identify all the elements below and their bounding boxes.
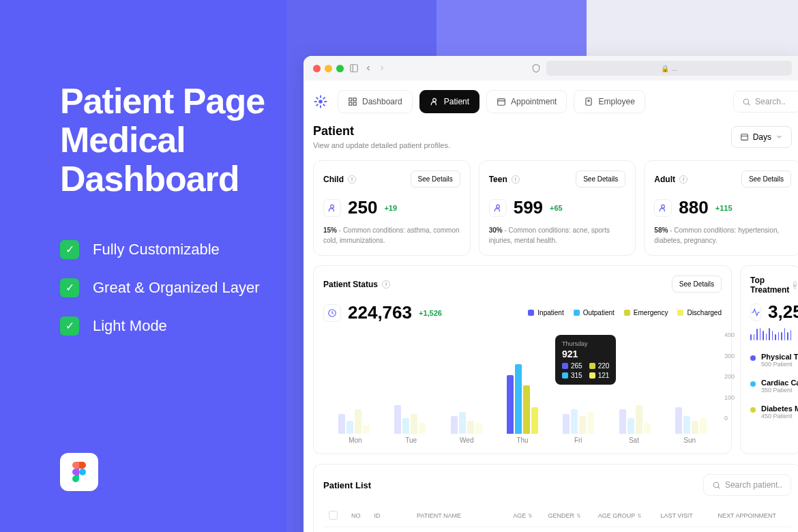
app-logo	[313, 94, 328, 109]
promo-panel: Patient Page Medical Dashboard ✓Fully Cu…	[60, 82, 265, 355]
svg-rect-1	[351, 65, 358, 72]
feature-item: ✓Great & Organized Layer	[60, 278, 265, 297]
svg-rect-12	[349, 98, 352, 101]
svg-point-20	[588, 100, 589, 102]
clock-icon	[323, 304, 341, 322]
search-icon	[742, 98, 751, 106]
nav-dashboard[interactable]: Dashboard	[338, 90, 413, 113]
see-details-button[interactable]: See Details	[672, 276, 722, 293]
browser-window: 🔒 ... Dashboard Patient Appointment Empl…	[304, 56, 798, 532]
check-icon: ✓	[60, 240, 79, 259]
svg-point-16	[432, 98, 436, 102]
svg-rect-13	[353, 98, 356, 101]
svg-point-21	[743, 99, 749, 104]
treatment-item: Cardiac Ca350 Patient	[750, 373, 791, 399]
svg-rect-23	[741, 134, 748, 141]
list-search-input[interactable]: Search patient..	[703, 474, 791, 496]
list-title: Patient List	[323, 480, 371, 490]
browser-chrome: 🔒 ...	[304, 56, 798, 80]
feature-item: ✓Light Mode	[60, 316, 265, 336]
svg-rect-14	[349, 102, 352, 105]
treatment-item: Physical Th500 Patient	[750, 347, 791, 373]
col-next[interactable]: NEXT APPOINMENT	[713, 504, 791, 527]
nav-employee[interactable]: Employee	[574, 90, 645, 113]
info-icon[interactable]: i	[793, 281, 796, 289]
feature-item: ✓Fully Customizable	[60, 240, 265, 259]
svg-point-29	[713, 482, 719, 488]
page-subtitle: View and update detailed patient profile…	[313, 141, 450, 149]
person-icon	[489, 199, 507, 217]
svg-point-25	[331, 205, 334, 208]
chart-tooltip: Thursday 921 265 220 315 121	[555, 335, 616, 385]
check-icon: ✓	[60, 278, 79, 297]
search-icon	[712, 481, 721, 490]
svg-line-8	[316, 98, 319, 100]
see-details-button[interactable]: See Details	[576, 171, 625, 188]
patient-list-card: Patient List Search patient.. NOIDPATIEN…	[313, 464, 798, 532]
person-icon	[323, 199, 341, 217]
status-total: 224,763	[348, 302, 412, 323]
svg-rect-15	[353, 102, 356, 105]
stat-card-adult: AdultiSee Details 880+115 58% - Common c…	[644, 160, 798, 256]
nav-patient[interactable]: Patient	[419, 90, 479, 113]
see-details-button[interactable]: See Details	[411, 171, 460, 188]
pulse-icon	[750, 304, 761, 321]
col-gender[interactable]: GENDER⇅	[542, 504, 592, 527]
stat-card-child: ChildiSee Details 250+19 15% - Common co…	[313, 160, 471, 256]
legend-inpatient: Inpatient	[528, 309, 563, 316]
sidebar-icon[interactable]	[349, 63, 359, 73]
col-last[interactable]: LAST VISIT	[655, 504, 713, 527]
page-title: Patient	[313, 124, 450, 138]
col-name[interactable]: PATIENT NAME	[411, 504, 507, 527]
info-icon[interactable]: i	[679, 175, 688, 183]
info-icon[interactable]: i	[512, 175, 520, 183]
promo-title: Patient Page Medical Dashboard	[60, 82, 265, 199]
svg-rect-17	[498, 99, 505, 105]
col-age[interactable]: AGE⇅	[507, 504, 542, 527]
treat-total: 3,25	[768, 301, 798, 323]
svg-line-22	[748, 103, 750, 105]
col-group[interactable]: AGE GROUP⇅	[593, 504, 655, 527]
col-no[interactable]: NO	[346, 504, 369, 527]
forward-icon[interactable]	[378, 64, 386, 72]
nav-appointment[interactable]: Appointment	[486, 90, 567, 113]
status-chart: 4003002001000 Thursday 921 265 220 315 1…	[323, 331, 722, 434]
status-delta: +1,526	[419, 309, 442, 317]
svg-line-30	[718, 486, 720, 488]
check-icon: ✓	[60, 316, 79, 336]
legend-discharged: Discharged	[677, 309, 722, 316]
svg-point-26	[496, 205, 499, 208]
table-row[interactable]: 01#809776 Wade Warren 21FemaleAdultJul 1…	[323, 527, 791, 533]
status-title: Patient Status	[323, 280, 378, 289]
see-details-button[interactable]: See Details	[741, 171, 791, 188]
treat-title: Top Treatment	[750, 276, 789, 295]
days-selector[interactable]: Days	[731, 126, 792, 148]
info-icon[interactable]: i	[348, 175, 356, 183]
legend-emergency: Emergency	[624, 309, 668, 316]
search-input[interactable]: Search..	[733, 91, 798, 113]
svg-point-0	[79, 469, 86, 475]
col-id[interactable]: ID	[369, 504, 412, 527]
chevron-down-icon	[775, 133, 783, 141]
svg-point-3	[319, 100, 323, 104]
url-bar[interactable]: 🔒 ...	[546, 61, 792, 76]
top-treatment-card: Top Treatmenti 3,25 Physical Th500 Patie…	[740, 265, 798, 454]
person-icon	[654, 199, 672, 217]
shield-icon[interactable]	[531, 63, 541, 73]
treatment-item: Diabetes M450 Patient	[750, 399, 791, 425]
info-icon[interactable]: i	[382, 280, 390, 289]
calendar-icon	[740, 132, 749, 141]
svg-line-9	[323, 104, 325, 106]
svg-line-11	[323, 98, 325, 100]
svg-point-27	[662, 205, 665, 208]
checkbox[interactable]	[329, 511, 338, 520]
svg-line-10	[316, 104, 319, 106]
patient-table: NOIDPATIENT NAMEAGE⇅GENDER⇅AGE GROUP⇅LAS…	[323, 504, 791, 532]
figma-badge	[60, 453, 98, 491]
back-icon[interactable]	[364, 64, 372, 72]
stat-card-teen: TeeniSee Details 599+65 30% - Common con…	[479, 160, 636, 256]
legend-outpatient: Outpatient	[574, 309, 615, 316]
patient-status-card: Patient Statusi See Details 224,763 +1,5…	[313, 265, 732, 454]
